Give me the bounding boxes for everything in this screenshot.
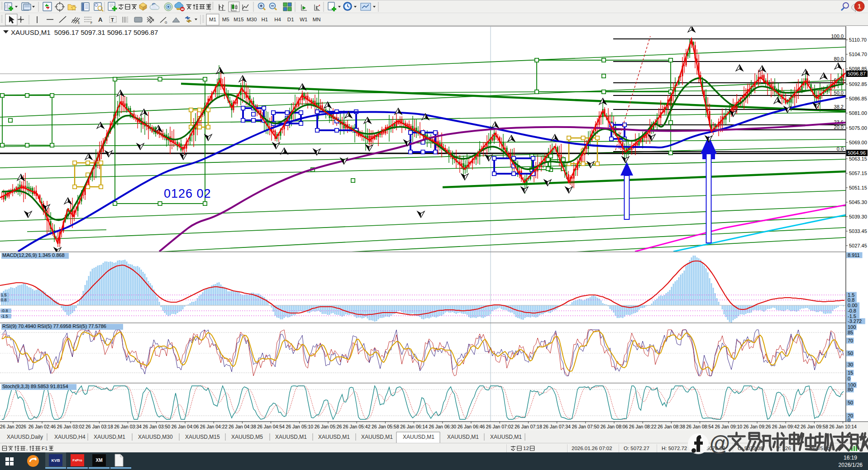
- svg-text:26 Jan 07:18: 26 Jan 07:18: [515, 424, 542, 429]
- svg-text:26 Jan 07:50: 26 Jan 07:50: [572, 424, 599, 429]
- svg-text:80.0: 80.0: [834, 56, 844, 62]
- svg-text:0126 02: 0126 02: [164, 187, 211, 200]
- svg-text:XAUUSD,M1: XAUUSD,M1: [275, 434, 307, 440]
- svg-text:M5: M5: [222, 17, 229, 22]
- svg-text:XAUUSD,M1: XAUUSD,M1: [94, 434, 125, 440]
- svg-text:,: ,: [26, 446, 28, 451]
- svg-text:5096.87: 5096.87: [848, 71, 866, 76]
- svg-text:H1: H1: [261, 17, 268, 22]
- svg-text:26 Jan 05:10: 26 Jan 05:10: [286, 424, 313, 429]
- svg-text:5092.85: 5092.85: [849, 81, 867, 87]
- svg-text:26 Jan 06:46: 26 Jan 06:46: [458, 424, 485, 429]
- svg-text:XAUUSD,M1: XAUUSD,M1: [318, 434, 350, 440]
- svg-text:26 Jan 09:42: 26 Jan 09:42: [772, 424, 800, 429]
- svg-text:XAUUSD,M1: XAUUSD,M1: [403, 434, 434, 440]
- svg-text:5081.00: 5081.00: [849, 110, 867, 116]
- svg-text:5045.30: 5045.30: [849, 199, 867, 205]
- svg-text:26 Jan 03:02: 26 Jan 03:02: [57, 424, 85, 429]
- svg-text:100: 100: [848, 324, 856, 330]
- svg-text:D1: D1: [287, 17, 294, 22]
- svg-text:XAUUSD,M1: XAUUSD,M1: [361, 434, 393, 440]
- svg-text:L: 5070.32: L: 5070.32: [701, 446, 725, 451]
- svg-text:85: 85: [848, 330, 853, 335]
- svg-text:5069.00: 5069.00: [849, 140, 867, 145]
- svg-text:V: 326: V: 326: [776, 446, 791, 451]
- svg-text:A: A: [98, 16, 103, 23]
- svg-text:XAUUSD,M5: XAUUSD,M5: [231, 434, 263, 440]
- svg-text:XM: XM: [96, 458, 103, 463]
- svg-text:26 Jan 03:18: 26 Jan 03:18: [86, 424, 113, 429]
- svg-text:50.0: 50.0: [834, 90, 844, 95]
- svg-text:Stoch(9,3,3) 89.5853 91.8154: Stoch(9,3,3) 89.5853 91.8154: [2, 384, 68, 389]
- svg-text:T: T: [111, 17, 114, 23]
- svg-text:MN: MN: [313, 17, 321, 22]
- svg-text:XAUUSD,M15: XAUUSD,M15: [185, 434, 220, 440]
- svg-text:26 Jan 09:10: 26 Jan 09:10: [715, 424, 742, 429]
- svg-text:F1: F1: [42, 446, 48, 451]
- svg-text:26 Jan 08:38: 26 Jan 08:38: [658, 424, 685, 429]
- svg-text:26 Jan 04:38: 26 Jan 04:38: [229, 424, 256, 429]
- svg-text:5063.15: 5063.15: [849, 156, 867, 161]
- svg-text:-1.5: -1.5: [1, 314, 8, 318]
- svg-text:100.0: 100.0: [831, 33, 844, 39]
- svg-text:26 Jan 08:22: 26 Jan 08:22: [629, 424, 657, 429]
- svg-text:26 Jan 04:54: 26 Jan 04:54: [257, 424, 285, 429]
- svg-text:16:19: 16:19: [844, 455, 857, 461]
- svg-text:30: 30: [848, 362, 853, 367]
- svg-text:26 Jan 06:14: 26 Jan 06:14: [400, 424, 428, 429]
- svg-text:-0.8: -0.8: [1, 309, 8, 313]
- svg-text:O: 5072.27: O: 5072.27: [624, 446, 649, 451]
- svg-text:5104.70: 5104.70: [849, 52, 867, 57]
- svg-text:G: G: [165, 21, 167, 24]
- svg-text:XAUUSD,M1 5096.17 5097.31 509: XAUUSD,M1 5096.17 5097.31 5096.17 5096.8…: [11, 28, 158, 36]
- svg-text:26 Jan 06:30: 26 Jan 06:30: [429, 424, 456, 429]
- svg-text:26 Jan 09:58: 26 Jan 09:58: [801, 424, 828, 429]
- svg-text:26 Jan 03:50: 26 Jan 03:50: [143, 424, 170, 429]
- svg-text:26 Jan 04:22: 26 Jan 04:22: [200, 424, 228, 429]
- svg-text:M1: M1: [209, 17, 216, 22]
- svg-text:0: 0: [848, 376, 850, 381]
- svg-text:26 Jan 10:14: 26 Jan 10:14: [829, 424, 857, 429]
- svg-text:50: 50: [848, 400, 853, 405]
- svg-text:0.8: 0.8: [1, 298, 7, 302]
- svg-text:26 Jan 05:42: 26 Jan 05:42: [343, 424, 371, 429]
- svg-text:26 Jan 07:34: 26 Jan 07:34: [543, 424, 571, 429]
- svg-text:80: 80: [848, 387, 853, 392]
- svg-text:-3.272: -3.272: [848, 318, 862, 324]
- svg-text:H: 5072.72: H: 5072.72: [662, 446, 687, 451]
- svg-text:C: 5072.38: C: 5072.38: [738, 446, 763, 451]
- svg-text:26 Jan 08:06: 26 Jan 08:06: [601, 424, 628, 429]
- svg-text:5051.15: 5051.15: [849, 185, 867, 190]
- svg-text:26 Jan 08:54: 26 Jan 08:54: [686, 424, 714, 429]
- svg-text:15: 15: [848, 370, 853, 375]
- svg-text:70: 70: [848, 338, 853, 343]
- svg-text:0.8: 0.8: [848, 297, 854, 303]
- svg-text:26 Jan 05:58: 26 Jan 05:58: [372, 424, 399, 429]
- svg-text:RSI(9) 70.4940 RSI(5) 77.6958: RSI(9) 70.4940 RSI(5) 77.6958 RSI(5) 77.…: [2, 323, 106, 329]
- svg-text:XAUUSD,H4: XAUUSD,H4: [54, 434, 86, 440]
- svg-text:2026/1/26: 2026/1/26: [839, 462, 863, 468]
- svg-text:M30: M30: [247, 17, 257, 22]
- svg-text:5057.15: 5057.15: [849, 171, 867, 176]
- svg-text:XAUUSD,M1: XAUUSD,M1: [490, 434, 522, 440]
- svg-text:5086.85: 5086.85: [849, 96, 867, 101]
- svg-text:263/5 kb/s: 263/5 kb/s: [810, 446, 834, 451]
- svg-text:FxPro: FxPro: [72, 458, 82, 462]
- svg-text:XAUUSD,M30: XAUUSD,M30: [138, 434, 173, 440]
- svg-text:5033.45: 5033.45: [849, 228, 867, 234]
- svg-text:0.00: 0.00: [848, 303, 857, 308]
- svg-text:26 Jan 04:06: 26 Jan 04:06: [172, 424, 199, 429]
- svg-text:5075.00: 5075.00: [849, 125, 867, 131]
- svg-text:XAUUSD,Daily: XAUUSD,Daily: [7, 434, 43, 440]
- svg-text:1: 1: [858, 3, 861, 10]
- svg-text:20.0: 20.0: [834, 124, 844, 130]
- svg-text:KVB: KVB: [51, 458, 60, 463]
- svg-text:26 Jan 2026: 26 Jan 2026: [0, 424, 26, 429]
- svg-text:0.0: 0.0: [837, 146, 844, 152]
- svg-text:-0.8: -0.8: [848, 308, 856, 313]
- svg-text:MACD(12,26,9) 1.345 0.868: MACD(12,26,9) 1.345 0.868: [2, 252, 65, 258]
- svg-text:W1: W1: [300, 17, 307, 22]
- svg-text:26 Jan 09:26: 26 Jan 09:26: [744, 424, 771, 429]
- svg-text:1.5: 1.5: [1, 293, 7, 297]
- svg-text:XAUUSD,M1: XAUUSD,M1: [447, 434, 479, 440]
